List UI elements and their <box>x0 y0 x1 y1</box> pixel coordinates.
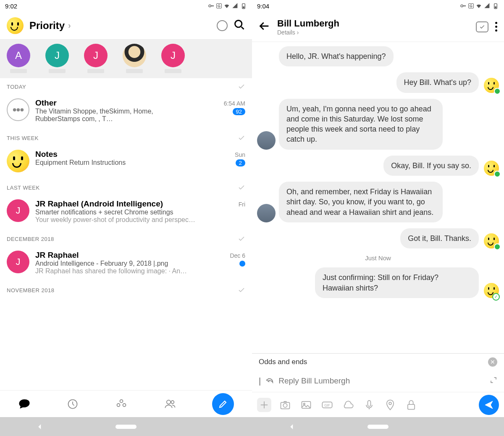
svg-point-3 <box>235 20 242 27</box>
chevron-right-icon: › <box>68 21 71 30</box>
message-list: TODAY••• Other6:54 AM The Vitamin Shoppe… <box>0 78 252 390</box>
tool-gallery-icon[interactable] <box>299 398 313 412</box>
circle-outline-icon[interactable] <box>217 20 228 31</box>
tool-plus-icon[interactable] <box>257 398 271 412</box>
item-time: Sun <box>235 151 245 158</box>
tool-lock-icon[interactable] <box>404 398 418 412</box>
android-home[interactable] <box>368 425 388 429</box>
app-smiley-icon[interactable] <box>7 17 24 34</box>
avatar[interactable]: J <box>45 44 69 67</box>
section-header: NOVEMBER 2018 <box>0 282 252 299</box>
avatars-row[interactable]: AJJJ <box>0 40 252 78</box>
message-row[interactable]: Hey Bill. What's up? <box>257 72 499 92</box>
message-row[interactable]: Hello, JR. What's happening? <box>257 46 499 66</box>
android-back[interactable] <box>36 423 44 431</box>
reply-input[interactable] <box>278 376 486 386</box>
item-preview2: JR Raphael has shared the following imag… <box>35 267 245 275</box>
reply-row: | <box>252 370 504 392</box>
bottom-nav <box>0 390 252 417</box>
check-icon <box>238 134 245 142</box>
avatar[interactable]: J <box>84 44 108 67</box>
expand-icon[interactable] <box>490 376 497 386</box>
details-link[interactable]: Details › <box>277 29 469 36</box>
list-item[interactable]: NotesSun Equipment Return Instructions2 <box>0 146 252 179</box>
avatar-smiley-icon <box>7 150 29 172</box>
status-icons: G <box>460 3 499 9</box>
wifi-icon <box>475 3 482 9</box>
g-badge: G <box>216 3 222 8</box>
more-menu-icon[interactable] <box>495 22 497 32</box>
key-icon <box>208 3 215 9</box>
suggestion-row[interactable]: Odds and ends ✕ <box>252 353 504 370</box>
svg-point-8 <box>166 400 170 404</box>
avatar-item[interactable]: J <box>161 44 185 73</box>
android-back[interactable] <box>288 423 296 431</box>
avatar-other-icon: ••• <box>7 98 29 121</box>
tool-cloud-icon[interactable] <box>341 398 355 412</box>
svg-rect-12 <box>495 6 496 8</box>
key-icon <box>460 3 467 9</box>
search-icon[interactable] <box>234 19 245 32</box>
contact-avatar <box>257 204 276 222</box>
timestamp: Just Now <box>257 254 499 262</box>
status-icons: G <box>208 3 247 9</box>
svg-point-6 <box>117 403 120 406</box>
tool-mic-icon[interactable] <box>362 398 376 412</box>
avatar[interactable]: J <box>161 44 185 67</box>
avatar-item[interactable]: A <box>7 44 30 73</box>
message-row[interactable]: Oh, and remember, next Friday is Hawaiia… <box>257 182 499 222</box>
unread-dot <box>239 261 245 267</box>
nav-people-icon[interactable] <box>115 398 128 410</box>
nav-clock-icon[interactable] <box>66 398 79 410</box>
read-indicator <box>494 88 501 95</box>
svg-rect-21 <box>408 404 415 409</box>
item-time: 6:54 AM <box>224 100 245 107</box>
item-time: Fri <box>239 201 245 208</box>
svg-point-10 <box>461 5 463 7</box>
list-item[interactable]: J JR RaphaelDec 6 Android Intelligence -… <box>0 247 252 282</box>
avatar-item[interactable]: J <box>45 44 69 73</box>
battery-icon <box>492 3 499 9</box>
list-item[interactable]: J JR Raphael (Android Intelligence)Fri S… <box>0 196 252 230</box>
list-item[interactable]: ••• Other6:54 AM The Vitamin Shoppe, the… <box>0 95 252 129</box>
status-time: 9:04 <box>257 3 269 10</box>
avatar-letter: J <box>7 251 29 273</box>
avatar[interactable]: A <box>7 44 30 67</box>
item-time: Dec 6 <box>230 252 245 259</box>
item-title: JR Raphael <box>35 251 79 260</box>
app-header: Priority › <box>0 12 252 40</box>
tool-location-icon[interactable] <box>383 398 397 412</box>
section-label: TODAY <box>7 84 26 90</box>
avatar-item[interactable] <box>123 44 146 73</box>
tool-camera-icon[interactable] <box>278 398 292 412</box>
avatar[interactable] <box>123 44 146 67</box>
nav-chat-icon[interactable] <box>18 398 31 410</box>
avatar-item[interactable]: J <box>84 44 108 73</box>
compose-button[interactable] <box>212 393 234 415</box>
tool-gif-icon[interactable]: GIF <box>320 398 334 412</box>
message-row[interactable]: Um, yeah, I'm gonna need you to go ahead… <box>257 99 499 150</box>
message-row[interactable]: Got it, Bill. Thanks. <box>257 228 499 248</box>
nav-contacts-icon[interactable] <box>164 398 176 410</box>
reply-arrow-icon <box>265 375 274 386</box>
wifi-icon <box>223 3 230 9</box>
header-title[interactable]: Priority › <box>29 20 211 32</box>
message-bubble: Hey Bill. What's up? <box>396 72 479 92</box>
android-home[interactable] <box>116 425 136 429</box>
send-button[interactable] <box>479 395 499 415</box>
suggestion-close[interactable]: ✕ <box>488 357 497 367</box>
item-preview: Equipment Return Instructions <box>35 159 126 166</box>
done-icon[interactable] <box>476 21 488 32</box>
svg-point-20 <box>389 402 391 404</box>
item-preview2: Your weekly power-shot of productivity a… <box>35 216 245 224</box>
chat-title-block[interactable]: Bill Lumbergh Details › <box>277 18 469 36</box>
chat-body[interactable]: Hello, JR. What's happening?Hey Bill. Wh… <box>252 42 504 353</box>
section-label: NOVEMBER 2018 <box>7 287 54 293</box>
own-avatar-wrap <box>482 233 499 248</box>
check-icon <box>238 184 245 191</box>
message-row[interactable]: Okay, Bill. If you say so. <box>257 156 499 176</box>
message-row[interactable]: Just confirming: Still on for Friday? Ha… <box>257 267 499 298</box>
item-preview2: RubberStamps com, , T… <box>35 115 245 123</box>
android-nav-bar <box>252 417 504 436</box>
back-button[interactable] <box>259 20 270 34</box>
